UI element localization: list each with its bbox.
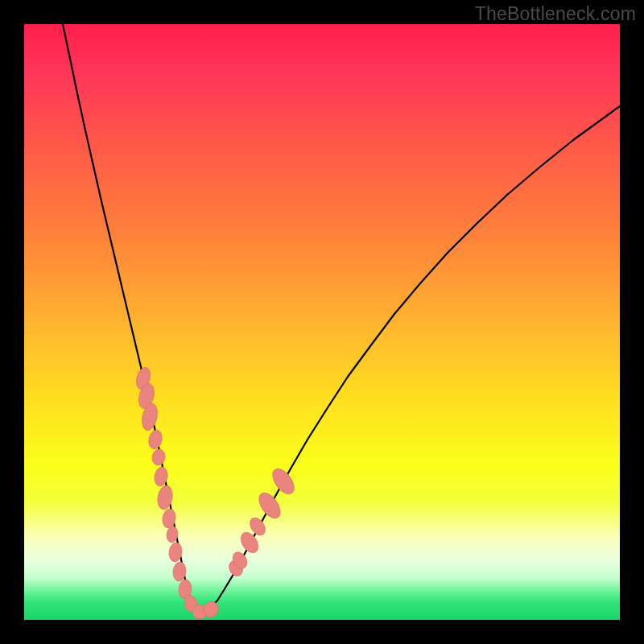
curve-markers — [134, 365, 298, 619]
chart-frame: TheBottleneck.com — [0, 0, 644, 644]
data-marker — [151, 448, 167, 466]
data-marker — [147, 429, 164, 451]
data-marker — [268, 465, 298, 498]
plot-area — [24, 24, 620, 620]
data-marker — [156, 485, 175, 511]
credit-text: TheBottleneck.com — [475, 3, 636, 25]
bottleneck-curve — [63, 24, 620, 612]
data-marker — [254, 489, 284, 522]
chart-svg — [24, 24, 620, 620]
